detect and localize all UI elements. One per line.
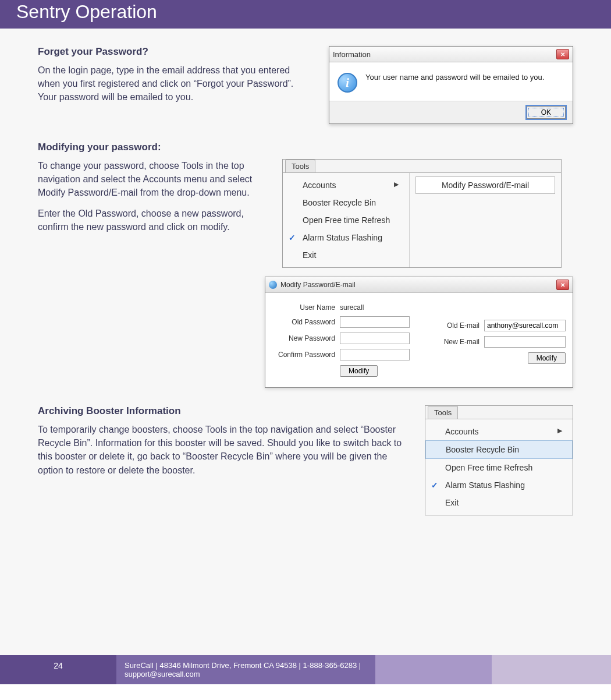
newemail-label: New E-mail: [439, 338, 479, 346]
section-modify-title: Modifying your password:: [38, 142, 573, 153]
information-dialog: Information ✕ i Your user name and passw…: [329, 46, 573, 124]
modify-password-button[interactable]: Modify: [340, 365, 378, 377]
section-forgot: Forget your Password? On the login page,…: [38, 46, 573, 124]
section-modify-body1: To change your password, choose Tools in…: [38, 159, 271, 200]
menu-item-alarm[interactable]: ✓Alarm Status Flashing: [283, 229, 409, 246]
tools-tab[interactable]: Tools: [428, 406, 458, 419]
dialog-message: Your user name and password will be emai…: [365, 73, 544, 82]
chevron-right-icon: ▶: [557, 427, 562, 434]
page-title: Sentry Operation: [16, 1, 157, 22]
section-modify-body2: Enter the Old Password, choose a new pas…: [38, 207, 271, 234]
page-content: Forget your Password? On the login page,…: [0, 29, 611, 562]
check-icon: ✓: [289, 233, 296, 242]
confirm-password-input[interactable]: [340, 349, 410, 360]
page-number: 24: [0, 655, 116, 684]
menu-item-alarm[interactable]: ✓Alarm Status Flashing: [425, 476, 573, 494]
old-password-input[interactable]: [340, 316, 410, 328]
close-icon[interactable]: ✕: [556, 49, 569, 59]
menu-item-recycle[interactable]: Booster Recycle Bin: [283, 194, 409, 211]
menu-item-exit[interactable]: Exit: [283, 246, 409, 264]
section-modify: Modifying your password: To change your …: [38, 142, 573, 268]
page-title-bar: Sentry Operation: [0, 0, 611, 29]
dialog-title: Information: [333, 50, 371, 59]
section-archive: Archiving Booster Information To tempora…: [38, 405, 573, 515]
menu-item-exit[interactable]: Exit: [425, 494, 573, 511]
oldpw-label: Old Password: [277, 318, 335, 326]
section-archive-title: Archiving Booster Information: [38, 405, 413, 417]
submenu-modify-password[interactable]: Modify Password/E-mail: [415, 176, 555, 194]
menu-item-accounts[interactable]: Accounts▶: [283, 176, 409, 194]
tools-tab[interactable]: Tools: [285, 160, 315, 172]
menu-item-refresh[interactable]: Open Free time Refresh: [425, 459, 573, 476]
newpw-label: New Password: [277, 334, 335, 342]
modify-password-dialog: Modify Password/E-mail ✕ User Name surec…: [265, 277, 573, 388]
chevron-right-icon: ▶: [394, 181, 399, 188]
username-value: surecall: [340, 303, 410, 312]
ok-button[interactable]: OK: [527, 106, 566, 119]
tools-menu-2: Tools Accounts▶ Booster Recycle Bin Open…: [425, 405, 573, 515]
globe-icon: [269, 281, 277, 289]
confpw-label: Confirm Password: [277, 351, 335, 359]
new-password-input[interactable]: [340, 333, 410, 344]
new-email-input[interactable]: [484, 336, 566, 348]
menu-item-recycle[interactable]: Booster Recycle Bin: [425, 440, 573, 459]
close-icon[interactable]: ✕: [556, 280, 569, 290]
section-forgot-body: On the login page, type in the email add…: [38, 63, 311, 104]
menu-item-refresh[interactable]: Open Free time Refresh: [283, 211, 409, 229]
tools-menu-1: Tools Accounts▶ Booster Recycle Bin Open…: [282, 159, 562, 268]
check-icon: ✓: [431, 480, 438, 490]
section-forgot-title: Forget your Password?: [38, 46, 311, 58]
page-footer: 24 SureCall | 48346 Milmont Drive, Fremo…: [0, 655, 611, 684]
modify-dialog-title: Modify Password/E-mail: [280, 281, 356, 289]
modify-dialog-titlebar: Modify Password/E-mail ✕: [265, 277, 573, 293]
modify-email-button[interactable]: Modify: [528, 352, 566, 364]
footer-address: SureCall | 48346 Milmont Drive, Fremont …: [116, 655, 375, 684]
section-archive-body: To temporarily change boosters, choose T…: [38, 423, 413, 477]
old-email-input[interactable]: [484, 320, 566, 331]
username-label: User Name: [277, 303, 335, 312]
oldemail-label: Old E-mail: [439, 321, 479, 330]
menu-item-accounts[interactable]: Accounts▶: [425, 423, 573, 440]
dialog-titlebar: Information ✕: [329, 47, 573, 62]
info-icon: i: [338, 73, 357, 93]
